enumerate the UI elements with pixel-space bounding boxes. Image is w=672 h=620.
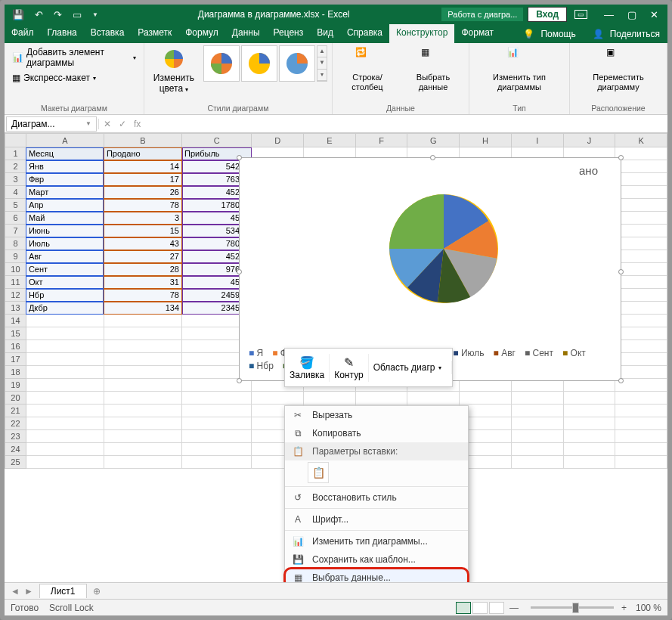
zoom-in-button[interactable]: + — [621, 603, 627, 613]
cell[interactable] — [615, 417, 667, 430]
cell[interactable] — [26, 340, 104, 353]
col-header[interactable]: B — [104, 134, 181, 147]
cell[interactable] — [615, 199, 667, 212]
row-header[interactable]: 12 — [5, 289, 26, 302]
zoom-level[interactable]: 100 % — [636, 603, 661, 613]
cell[interactable] — [182, 392, 252, 405]
cell[interactable] — [26, 405, 104, 417]
col-header[interactable]: I — [511, 134, 563, 147]
row-header[interactable]: 24 — [5, 443, 26, 456]
cell[interactable] — [104, 379, 181, 392]
cell[interactable] — [182, 430, 252, 443]
cell[interactable] — [615, 315, 667, 327]
row-header[interactable]: 21 — [5, 405, 26, 417]
row-header[interactable]: 20 — [5, 392, 26, 405]
row-header[interactable]: 14 — [5, 315, 26, 327]
cell[interactable] — [563, 405, 615, 417]
ctx-select-data[interactable]: ▦Выбрать данные... — [285, 569, 468, 582]
view-page-layout-button[interactable] — [472, 602, 488, 614]
tab-data[interactable]: Данны — [225, 24, 267, 43]
row-header[interactable]: 18 — [5, 366, 26, 379]
cell[interactable]: Нбр — [26, 289, 104, 302]
cell[interactable] — [563, 456, 615, 469]
cell[interactable]: 27 — [104, 250, 181, 263]
add-sheet-button[interactable]: ⊕ — [87, 586, 107, 597]
cell[interactable] — [26, 430, 104, 443]
cell[interactable]: Июнь — [26, 225, 104, 237]
zoom-out-button[interactable]: — — [509, 603, 519, 613]
cell[interactable] — [511, 405, 563, 417]
col-header[interactable]: C — [182, 134, 252, 147]
row-header[interactable]: 11 — [5, 276, 26, 289]
cell[interactable] — [615, 430, 667, 443]
outline-button[interactable]: ✎Контур — [330, 354, 368, 382]
view-page-break-button[interactable] — [489, 602, 504, 614]
row-header[interactable]: 6 — [5, 212, 26, 225]
style-thumb-3[interactable] — [279, 45, 315, 82]
ctx-save-template[interactable]: 💾Сохранить как шаблон... — [285, 550, 468, 569]
zoom-slider[interactable] — [531, 606, 614, 609]
row-header[interactable]: 16 — [5, 340, 26, 353]
row-header[interactable]: 25 — [5, 456, 26, 469]
cell[interactable]: 17 — [104, 173, 181, 186]
cell[interactable]: 28 — [104, 263, 181, 276]
cell[interactable] — [104, 405, 181, 417]
cell[interactable]: Фвр — [26, 173, 104, 186]
worksheet-grid[interactable]: ABCDEFGHIJK1МесяцПроданоПрибыль2Янв14542… — [5, 133, 667, 582]
style-thumb-2[interactable] — [241, 45, 277, 82]
ctx-restore-style[interactable]: ↺Восстановить стиль — [285, 488, 468, 507]
maximize-icon[interactable]: ▢ — [627, 9, 636, 20]
quick-layout-button[interactable]: ▦Экспресс-макет▾ — [9, 71, 99, 85]
row-header[interactable]: 8 — [5, 237, 26, 250]
row-header[interactable]: 4 — [5, 186, 26, 199]
cell[interactable] — [615, 250, 667, 263]
cell[interactable] — [511, 392, 563, 405]
cell[interactable] — [615, 186, 667, 199]
cell[interactable] — [104, 443, 181, 456]
cell[interactable] — [104, 340, 181, 353]
cell[interactable] — [104, 430, 181, 443]
cell[interactable]: Март — [26, 186, 104, 199]
cell[interactable] — [182, 405, 252, 417]
style-thumb-1[interactable] — [203, 45, 240, 82]
row-header[interactable]: 15 — [5, 327, 26, 340]
cell[interactable] — [355, 392, 407, 405]
name-box[interactable]: Диаграм...▼ — [6, 116, 97, 132]
tab-home[interactable]: Главна — [41, 24, 84, 43]
cell[interactable] — [26, 366, 104, 379]
minimize-icon[interactable]: — — [604, 9, 614, 20]
tab-review[interactable]: Реценз — [267, 24, 311, 43]
cell[interactable] — [182, 443, 252, 456]
tab-view[interactable]: Вид — [310, 24, 340, 43]
paste-option-button[interactable]: 📋 — [308, 462, 329, 483]
cell[interactable] — [104, 366, 181, 379]
col-header[interactable]: E — [304, 134, 356, 147]
cell[interactable] — [104, 327, 181, 340]
cell[interactable]: 31 — [104, 276, 181, 289]
cell[interactable] — [407, 392, 460, 405]
cell[interactable] — [26, 417, 104, 430]
tab-format[interactable]: Формат — [454, 24, 500, 43]
row-header[interactable]: 3 — [5, 173, 26, 186]
cell[interactable] — [104, 392, 181, 405]
row-header[interactable]: 13 — [5, 302, 26, 315]
cell[interactable] — [615, 276, 667, 289]
row-header[interactable]: 7 — [5, 225, 26, 237]
cell[interactable]: Дкбр — [26, 302, 104, 315]
cell[interactable] — [615, 443, 667, 456]
sheet-nav-prev[interactable]: ◄ — [11, 586, 20, 597]
col-header[interactable]: D — [252, 134, 304, 147]
save-icon[interactable]: 💾 — [12, 9, 24, 20]
cell[interactable] — [460, 392, 512, 405]
share-button[interactable]: Поделиться — [610, 29, 660, 39]
col-header[interactable]: G — [407, 134, 460, 147]
col-header[interactable]: F — [355, 134, 407, 147]
cell[interactable]: 78 — [104, 289, 181, 302]
tab-design[interactable]: Конструктор — [389, 24, 454, 43]
cell[interactable] — [26, 456, 104, 469]
chart-title[interactable]: ано — [579, 164, 598, 177]
cell[interactable]: 15 — [104, 225, 181, 237]
cell[interactable] — [511, 456, 563, 469]
row-header[interactable]: 23 — [5, 430, 26, 443]
qat-dropdown-icon[interactable]: ▼ — [92, 11, 98, 18]
